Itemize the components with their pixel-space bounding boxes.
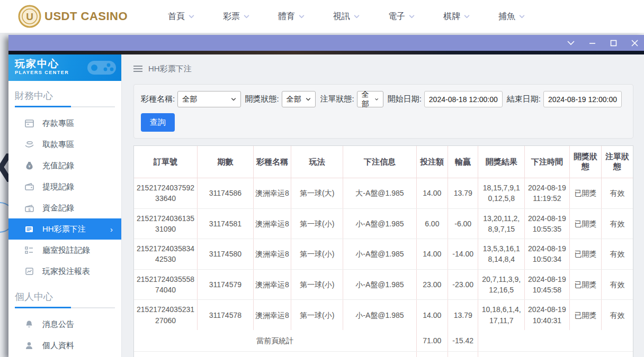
cell-play: 第一球(大) <box>291 178 343 209</box>
table-header-row: 訂單號 期數 彩種名稱 玩法 下注信息 投注額 輸贏 開獎結果 下注時間 開獎狀… <box>134 146 633 178</box>
cell-draw-status: 已開獎 <box>569 208 601 239</box>
cell-draw-status: 已開獎 <box>569 178 601 209</box>
site-logo[interactable]: U USDT CASINO <box>18 5 140 28</box>
window-minimize-button[interactable] <box>588 39 596 47</box>
end-date-label: 結束日期: <box>507 94 541 104</box>
cell-order-no: 2152172403555874040 <box>134 269 198 300</box>
chevron-down-icon <box>244 15 249 19</box>
sidebar-item-announcements[interactable]: 消息公告 <box>8 314 121 335</box>
nav-item-sports[interactable]: 體育 <box>264 11 319 22</box>
cell-order-status: 有效 <box>602 239 633 270</box>
window-maximize-button[interactable] <box>609 39 618 47</box>
moneybag-icon: ¥ <box>24 161 34 170</box>
nav-menu: 首頁 彩票 體育 視訊 電子 棋牌 捕魚 <box>154 11 539 22</box>
cell-bet-info: 小-A盤@1.985 <box>343 269 416 300</box>
page-summary-empty <box>478 330 633 352</box>
cell-bet-amount: 6.00 <box>416 208 448 239</box>
cell-period: 31174578 <box>198 300 254 330</box>
start-date-label: 開始日期: <box>388 94 422 104</box>
table-row: 215217240375923364031174586澳洲幸运8第一球(大)大-… <box>134 178 633 209</box>
header-period: 期數 <box>198 146 254 178</box>
gamepad-icon <box>85 57 118 79</box>
menu-toggle-icon[interactable] <box>133 66 142 72</box>
coin-icon: $ <box>24 203 34 213</box>
cell-draw-status: 已開獎 <box>569 269 601 300</box>
table-row: 215217240352312706031174578澳洲幸运8第一球(小)小-… <box>134 300 633 330</box>
section-divider <box>15 106 115 107</box>
search-button[interactable]: 查詢 <box>141 113 175 132</box>
header-play: 玩法 <box>291 146 343 178</box>
sidebar-item-recharge-record[interactable]: ¥ 充值記錄 <box>8 155 121 176</box>
window-close-button[interactable] <box>630 39 639 47</box>
cell-draw-status: 已開獎 <box>569 300 601 330</box>
sidebar-item-label: 提現記錄 <box>42 182 74 192</box>
total-summary-row: 總統計 71.00 -15.42 <box>134 352 633 357</box>
sidebar-item-hh-lottery-bets[interactable]: HH彩票下注 › <box>8 218 121 240</box>
cell-play: 第一球(小) <box>291 208 343 239</box>
header-draw-status: 開獎狀態 <box>569 146 601 178</box>
lottery-name-select[interactable]: 全部 <box>177 91 240 107</box>
start-date-input[interactable]: 2024-08-18 12:00:00 <box>424 91 503 107</box>
sidebar-item-funds-record[interactable]: $ 資金記錄 <box>8 197 121 218</box>
cell-bet-amount: 23.00 <box>416 269 448 300</box>
maximize-icon <box>610 40 617 47</box>
chevron-down-icon <box>409 15 415 19</box>
cell-draw-result: 20,7,11,3,9,12,16,5 <box>478 269 525 300</box>
lottery-name-label: 彩種名稱: <box>141 94 175 104</box>
nav-label: 首頁 <box>168 11 185 22</box>
draw-status-select[interactable]: 全部 <box>282 91 316 107</box>
lottery-name-value: 全部 <box>182 95 197 104</box>
cell-play: 第一球(小) <box>291 239 343 270</box>
cell-win-loss: 13.79 <box>448 178 478 209</box>
close-icon <box>631 40 638 47</box>
logo-text: USDT CASINO <box>44 10 128 23</box>
cell-bet-time: 2024-08-19 10:55:35 <box>525 208 570 239</box>
svg-text:$: $ <box>28 207 31 212</box>
sidebar-item-withdraw[interactable]: 取款專區 <box>8 134 121 155</box>
table-row: 215217240361353109031174581澳洲幸运8第一球(小)小-… <box>134 208 633 239</box>
cell-draw-status: 已開獎 <box>569 239 601 270</box>
nav-item-lottery[interactable]: 彩票 <box>209 11 264 22</box>
chevron-down-icon <box>354 15 360 19</box>
cell-bet-time: 2024-08-19 10:45:58 <box>525 269 570 300</box>
cell-lottery: 澳洲幸运8 <box>253 300 291 330</box>
cell-order-status: 有效 <box>602 178 633 209</box>
header-order-no: 訂單號 <box>134 146 198 178</box>
nav-item-cards[interactable]: 棋牌 <box>429 11 484 22</box>
cell-draw-result: 10,18,6,1,4,17,11,7 <box>478 300 525 330</box>
order-status-label: 注單狀態: <box>320 94 354 104</box>
sidebar-header: 玩家中心 PLAYERS CENTER <box>8 54 121 81</box>
sidebar-item-withdraw-record[interactable]: 提現記錄 <box>8 176 121 197</box>
nav-label: 彩票 <box>223 11 240 22</box>
nav-item-live[interactable]: 視訊 <box>319 11 374 22</box>
sidebar-item-profile[interactable]: 個人資料 <box>8 335 121 356</box>
order-status-select[interactable]: 全部 <box>357 91 383 107</box>
section-divider <box>15 307 115 308</box>
cell-draw-result: 18,15,7,9,10,12,5,8 <box>478 178 525 209</box>
cell-win-loss: -23.00 <box>448 269 478 300</box>
sidebar: 玩家中心 PLAYERS CENTER 財務中心 存款專區 <box>8 54 122 357</box>
window-collapse-button[interactable] <box>567 39 575 47</box>
total-summary-win-loss: -15.42 <box>448 352 478 357</box>
draw-status-label: 開獎狀態: <box>245 94 279 104</box>
sidebar-item-deposit[interactable]: 存款專區 <box>8 113 121 134</box>
cell-bet-info: 小-A盤@1.985 <box>343 239 416 270</box>
end-date-input[interactable]: 2024-08-19 12:00:00 <box>543 91 622 107</box>
nav-item-slots[interactable]: 電子 <box>374 11 429 22</box>
cell-period: 31174580 <box>198 239 254 270</box>
lottery-doc-icon <box>24 224 34 234</box>
nav-item-home[interactable]: 首頁 <box>154 11 209 22</box>
sidebar-item-hall-bet-record[interactable]: 廳室投註記錄 <box>8 240 121 261</box>
cell-order-no: 2152172403583442530 <box>134 239 198 270</box>
cell-bet-info: 小-A盤@1.985 <box>343 208 416 239</box>
sidebar-item-label: 資金記錄 <box>42 203 74 213</box>
chevron-down-icon <box>375 98 378 101</box>
cell-period: 31174579 <box>198 269 254 300</box>
sidebar-item-player-bet-report[interactable]: 玩家投注報表 <box>8 261 121 282</box>
table-row: 215217240358344253031174580澳洲幸运8第一球(小)小-… <box>134 239 633 270</box>
nav-label: 棋牌 <box>443 11 460 22</box>
wallet-icon <box>24 182 34 191</box>
page-summary-label: 當前頁統計 <box>134 330 416 352</box>
chevron-down-icon <box>519 15 525 19</box>
nav-item-fishing[interactable]: 捕魚 <box>484 11 539 22</box>
